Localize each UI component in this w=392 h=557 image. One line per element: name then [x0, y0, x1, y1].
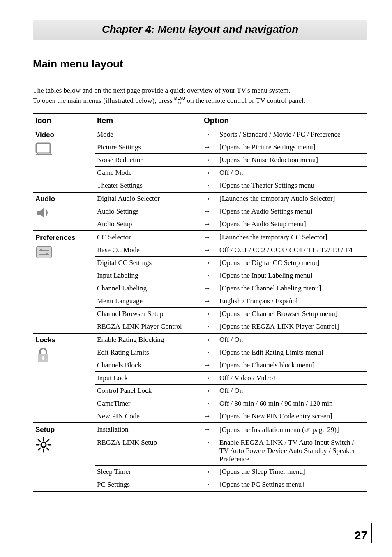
- arrow-icon: →: [201, 231, 217, 244]
- arrow-icon: →: [201, 218, 217, 231]
- option-cell: [Launches the temporary CC Selector]: [217, 231, 367, 244]
- arrow-icon: →: [201, 410, 217, 423]
- svg-rect-1: [37, 246, 51, 258]
- arrow-icon: →: [201, 423, 217, 436]
- arrow-icon: →: [201, 154, 217, 167]
- item-cell: GameTimer: [95, 397, 201, 410]
- chapter-title: Chapter 4: Menu layout and navigation: [33, 20, 367, 40]
- option-cell: English / Français / Español: [217, 295, 367, 308]
- intro-line-2a: To open the main menus (illustrated belo…: [33, 97, 174, 104]
- arrow-icon: →: [201, 436, 217, 466]
- arrow-icon: →: [201, 282, 217, 295]
- item-cell: New PIN Code: [95, 410, 201, 423]
- table-row: SetupInstallation→[Opens the Installatio…: [33, 423, 367, 436]
- th-option: Option: [201, 113, 367, 128]
- option-cell: [Launches the temporary Audio Selector]: [217, 192, 367, 205]
- table-row: VideoMode→Sports / Standard / Movie / PC…: [33, 128, 367, 141]
- group-label: Audio: [35, 195, 92, 203]
- arrow-icon: →: [201, 320, 217, 334]
- option-cell: [Opens the Edit Rating Limits menu]: [217, 346, 367, 359]
- intro-line-1: The tables below and on the next page pr…: [33, 86, 290, 94]
- arrow-icon: →: [201, 167, 217, 179]
- item-cell: REGZA-LINK Player Control: [95, 320, 201, 334]
- item-cell: Theater Settings: [95, 179, 201, 193]
- option-cell: Off / Video / Video+: [217, 372, 367, 385]
- option-cell: [Opens the Channels block menu]: [217, 359, 367, 372]
- page-number-divider: [371, 523, 372, 543]
- arrow-icon: →: [201, 466, 217, 478]
- arrow-icon: →: [201, 205, 217, 218]
- item-cell: CC Selector: [95, 231, 201, 244]
- group-label: Locks: [35, 336, 92, 344]
- arrow-icon: →: [201, 257, 217, 269]
- arrow-icon: →: [201, 346, 217, 359]
- option-cell: Enable REGZA-LINK / TV Auto Input Switch…: [217, 436, 367, 466]
- item-cell: Digital CC Settings: [95, 257, 201, 269]
- arrow-icon: →: [201, 359, 217, 372]
- svg-point-5: [46, 253, 48, 255]
- video-icon: [35, 142, 92, 158]
- table-row: PreferencesCC Selector→[Launches the tem…: [33, 231, 367, 244]
- item-cell: Noise Reduction: [95, 154, 201, 167]
- group-cell: Video: [33, 128, 95, 192]
- group-label: Preferences: [35, 234, 92, 242]
- th-item: Item: [95, 113, 201, 128]
- option-cell: Off / On: [217, 385, 367, 397]
- item-cell: PC Settings: [95, 478, 201, 492]
- group-cell: Audio: [33, 192, 95, 231]
- arrow-icon: →: [201, 192, 217, 205]
- option-cell: [Opens the REGZA-LINK Player Control]: [217, 320, 367, 334]
- locks-icon: [35, 347, 92, 365]
- group-label: Video: [35, 131, 92, 139]
- arrow-icon: →: [201, 385, 217, 397]
- group-cell: Locks: [33, 333, 95, 423]
- arrow-icon: →: [201, 141, 217, 154]
- menu-button-icon: ○: [174, 100, 185, 105]
- preferences-icon: [35, 244, 92, 262]
- item-cell: Enable Rating Blocking: [95, 333, 201, 346]
- item-cell: Control Panel Lock: [95, 385, 201, 397]
- svg-point-9: [41, 442, 46, 447]
- table-row: LocksEnable Rating Blocking→Off / On: [33, 333, 367, 346]
- option-cell: Off / On: [217, 333, 367, 346]
- item-cell: Channel Browser Setup: [95, 308, 201, 320]
- divider: [33, 74, 367, 74]
- arrow-icon: →: [201, 397, 217, 410]
- option-cell: [Opens the Channel Browser Setup menu]: [217, 308, 367, 320]
- svg-rect-8: [43, 358, 44, 360]
- arrow-icon: →: [201, 244, 217, 257]
- item-cell: Channels Block: [95, 359, 201, 372]
- option-cell: [Opens the New PIN Code entry screen]: [217, 410, 367, 423]
- group-cell: Preferences: [33, 231, 95, 333]
- item-cell: Input Labeling: [95, 269, 201, 282]
- svg-rect-0: [36, 143, 50, 153]
- item-cell: Channel Labeling: [95, 282, 201, 295]
- arrow-icon: →: [201, 372, 217, 385]
- option-cell: Sports / Standard / Movie / PC / Prefere…: [217, 128, 367, 141]
- item-cell: Digital Audio Selector: [95, 192, 201, 205]
- th-icon: Icon: [33, 113, 95, 128]
- option-cell: [Opens the Theater Settings menu]: [217, 179, 367, 193]
- svg-point-4: [40, 249, 42, 251]
- svg-line-16: [38, 448, 40, 450]
- option-cell: Off / On: [217, 167, 367, 179]
- option-cell: [Opens the Sleep Timer menu]: [217, 466, 367, 478]
- intro-paragraph: The tables below and on the next page pr…: [33, 86, 367, 106]
- arrow-icon: →: [201, 333, 217, 346]
- table-header-row: Icon Item Option: [33, 113, 367, 128]
- group-label: Setup: [35, 426, 92, 434]
- item-cell: Audio Settings: [95, 205, 201, 218]
- svg-line-17: [47, 439, 49, 441]
- item-cell: REGZA-LINK Setup: [95, 436, 201, 466]
- option-cell: [Opens the Audio Setup menu]: [217, 218, 367, 231]
- arrow-icon: →: [201, 308, 217, 320]
- arrow-icon: →: [201, 478, 217, 492]
- arrow-icon: →: [201, 269, 217, 282]
- item-cell: Sleep Timer: [95, 466, 201, 478]
- item-cell: Menu Language: [95, 295, 201, 308]
- option-cell: Off / 30 min / 60 min / 90 min / 120 min: [217, 397, 367, 410]
- item-cell: Base CC Mode: [95, 244, 201, 257]
- option-cell: [Opens the Channel Labeling menu]: [217, 282, 367, 295]
- option-cell: [Opens the Installation menu (☞ page 29)…: [217, 423, 367, 436]
- group-cell: Setup: [33, 423, 95, 491]
